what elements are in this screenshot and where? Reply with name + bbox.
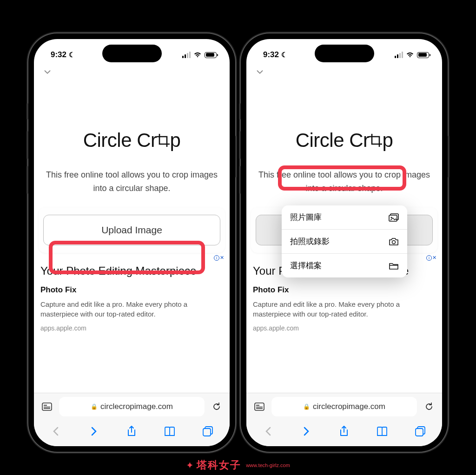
- phone-right: 9:32 ☾ Circle Crp This free online tool …: [241, 33, 448, 452]
- reload-button[interactable]: [209, 399, 224, 414]
- svg-rect-5: [203, 429, 211, 436]
- svg-rect-3: [44, 408, 50, 409]
- phone-left: 9:32 ☾ Circle Crp This free online tool …: [28, 33, 235, 452]
- upload-card: Upload Image: [39, 207, 225, 253]
- file-picker-popup: 照片圖庫 拍照或錄影 選擇檔案: [282, 205, 407, 277]
- status-time: 9:32: [263, 50, 279, 59]
- battery-icon: [205, 52, 217, 58]
- dynamic-island: [102, 45, 162, 62]
- svg-rect-12: [256, 407, 263, 408]
- photos-icon: [389, 213, 399, 222]
- nav-forward-button[interactable]: [299, 425, 313, 438]
- page-title: Circle Crp: [251, 129, 437, 152]
- tabs-button[interactable]: [201, 425, 215, 438]
- svg-rect-13: [256, 408, 263, 409]
- upload-image-button[interactable]: Upload Image: [43, 215, 220, 245]
- url-text: circlecropimage.com: [313, 402, 385, 411]
- ad-title: Your Photo Editing Masterpiece: [40, 264, 223, 278]
- ad-url: apps.apple.com: [253, 324, 436, 332]
- share-button[interactable]: [125, 425, 139, 438]
- wifi-icon: [193, 52, 202, 58]
- ad-description: Capture and edit like a pro. Make every …: [253, 299, 436, 319]
- url-field[interactable]: 🔒 circlecropimage.com: [59, 397, 205, 416]
- svg-rect-2: [44, 407, 50, 408]
- tabs-button[interactable]: [413, 425, 427, 438]
- popup-choose-file[interactable]: 選擇檔案: [282, 254, 407, 277]
- battery-icon: [417, 52, 429, 58]
- ad-url: apps.apple.com: [40, 324, 223, 332]
- crop-icon: [368, 133, 383, 148]
- url-text: circlecropimage.com: [100, 402, 173, 411]
- watermark-logo-icon: ✦: [186, 460, 194, 471]
- watermark-url: www.tech-girlz.com: [246, 462, 290, 468]
- page-content: Circle Crp This free online tool allows …: [246, 79, 442, 393]
- bookmarks-button[interactable]: [375, 425, 389, 438]
- svg-rect-11: [256, 405, 259, 406]
- popup-photo-library[interactable]: 照片圖庫: [282, 205, 407, 230]
- collapse-chevron[interactable]: [246, 65, 442, 79]
- nav-back-button[interactable]: [261, 425, 275, 438]
- page-subtitle: This free online tool allows you to crop…: [39, 168, 225, 195]
- popup-label: 拍照或錄影: [290, 236, 330, 247]
- ad-brand: Photo Fix: [40, 285, 223, 295]
- status-time: 9:32: [51, 50, 66, 59]
- page-subtitle: This free online tool allows you to crop…: [251, 168, 437, 195]
- popup-label: 選擇檔案: [290, 260, 322, 271]
- safari-chrome: 🔒 circlecropimage.com: [34, 393, 230, 446]
- crop-icon: [156, 133, 171, 148]
- ad-badge[interactable]: i✕: [214, 255, 224, 261]
- reader-mode-button[interactable]: [252, 399, 267, 414]
- reload-button[interactable]: [422, 399, 436, 414]
- page-title: Circle Crp: [39, 129, 225, 152]
- dnd-moon-icon: ☾: [69, 51, 75, 59]
- nav-back-button[interactable]: [49, 425, 63, 438]
- reader-mode-button[interactable]: [40, 399, 54, 414]
- screen: 9:32 ☾ Circle Crp This free online tool …: [246, 39, 442, 446]
- svg-rect-1: [44, 405, 47, 406]
- screen: 9:32 ☾ Circle Crp This free online tool …: [34, 39, 230, 446]
- svg-point-8: [390, 217, 392, 218]
- page-content: Circle Crp This free online tool allows …: [34, 79, 230, 393]
- svg-rect-15: [416, 429, 423, 436]
- ad-description: Capture and edit like a pro. Make every …: [40, 299, 223, 319]
- popup-label: 照片圖庫: [290, 212, 322, 223]
- folder-icon: [389, 262, 399, 270]
- ad-badge[interactable]: i✕: [426, 255, 436, 261]
- cell-signal-icon: [395, 52, 403, 58]
- url-field[interactable]: 🔒 circlecropimage.com: [271, 397, 417, 416]
- share-button[interactable]: [337, 425, 351, 438]
- dynamic-island: [315, 45, 374, 62]
- popup-camera[interactable]: 拍照或錄影: [282, 230, 407, 254]
- camera-icon: [389, 238, 399, 246]
- watermark-name: 塔科女子: [197, 458, 241, 472]
- bookmarks-button[interactable]: [163, 425, 177, 438]
- nav-forward-button[interactable]: [87, 425, 101, 438]
- ad-banner[interactable]: i✕ Your Photo Editing Masterpiece Photo …: [39, 256, 225, 332]
- cell-signal-icon: [182, 52, 191, 58]
- ad-brand: Photo Fix: [253, 285, 436, 295]
- lock-icon: 🔒: [91, 403, 98, 410]
- lock-icon: 🔒: [303, 403, 310, 410]
- wifi-icon: [406, 52, 414, 58]
- svg-point-9: [392, 240, 395, 244]
- safari-chrome: 🔒 circlecropimage.com: [246, 393, 442, 446]
- dnd-moon-icon: ☾: [281, 51, 287, 59]
- collapse-chevron[interactable]: [34, 65, 230, 79]
- watermark: ✦ 塔科女子 www.tech-girlz.com: [186, 458, 290, 472]
